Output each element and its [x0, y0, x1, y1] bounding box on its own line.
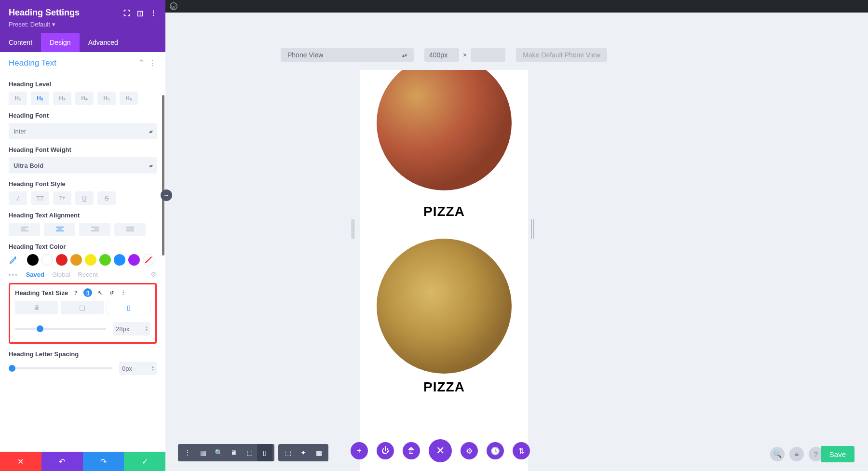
- undo-button[interactable]: ↶: [41, 452, 83, 471]
- label-heading-font: Heading Font: [9, 112, 157, 119]
- sort-button[interactable]: ⇅: [513, 442, 530, 459]
- spinner-icon[interactable]: ▴▾: [152, 365, 154, 371]
- pizza-image-2[interactable]: [377, 239, 512, 374]
- color-swatch-orange[interactable]: [70, 254, 82, 266]
- label-font-weight: Heading Font Weight: [9, 146, 157, 153]
- phone-view-icon[interactable]: ▯: [257, 444, 272, 461]
- section-more-icon[interactable]: ⋮: [149, 58, 157, 68]
- align-right-button[interactable]: [79, 223, 110, 236]
- cancel-button[interactable]: ✕: [0, 452, 41, 471]
- option-more-icon[interactable]: ⋮: [119, 289, 127, 296]
- grid-mode-icon[interactable]: ▦: [311, 444, 326, 461]
- color-swatch-white[interactable]: [41, 254, 53, 266]
- chevron-up-icon[interactable]: ⌃: [138, 58, 145, 68]
- align-justify-button[interactable]: [114, 223, 146, 236]
- color-swatch-black[interactable]: [27, 254, 39, 266]
- redo-button[interactable]: ↷: [83, 452, 124, 471]
- color-tab-saved[interactable]: Saved: [26, 271, 44, 278]
- settings-button[interactable]: ⚙: [461, 442, 478, 459]
- tab-advanced[interactable]: Advanced: [80, 33, 127, 52]
- smallcaps-button[interactable]: Tᴛ: [53, 191, 71, 205]
- tab-design[interactable]: Design: [41, 33, 80, 52]
- eyedropper-icon[interactable]: [9, 254, 20, 266]
- history-button[interactable]: 🕓: [487, 442, 504, 459]
- color-tab-global[interactable]: Global: [52, 271, 70, 278]
- pizza-image-1[interactable]: [377, 70, 512, 190]
- wordpress-icon[interactable]: [169, 2, 178, 11]
- heading-level-h4[interactable]: H₄: [75, 92, 94, 105]
- heading-level-h6[interactable]: H₆: [120, 92, 138, 105]
- heading-level-h5[interactable]: H₅: [97, 92, 116, 105]
- search-icon[interactable]: 🔍: [770, 447, 785, 461]
- letter-spacing-input[interactable]: 0px ▴▾: [119, 362, 157, 375]
- label-letter-spacing: Heading Letter Spacing: [9, 350, 157, 358]
- toolbar-more-icon[interactable]: ⋮: [180, 444, 195, 461]
- color-swatch-yellow[interactable]: [85, 254, 96, 266]
- color-settings-icon[interactable]: ⚙: [150, 270, 157, 278]
- make-default-view-button[interactable]: Make Default Phone View: [516, 48, 607, 62]
- zoom-icon[interactable]: 🔍: [211, 444, 226, 461]
- text-size-slider[interactable]: [15, 328, 106, 330]
- panel-collapse-button[interactable]: ↔: [161, 189, 172, 201]
- more-icon[interactable]: ⋮: [150, 9, 157, 17]
- device-tablet-button[interactable]: ▢: [61, 301, 104, 314]
- font-weight-select[interactable]: Ultra Bold ▴▾: [9, 157, 157, 174]
- color-swatch-purple[interactable]: [128, 254, 140, 266]
- device-desktop-button[interactable]: 🖥: [15, 301, 58, 314]
- click-mode-icon[interactable]: ⬚: [280, 444, 296, 461]
- pizza-heading-2[interactable]: PIZZA: [360, 379, 528, 395]
- heading-level-h2[interactable]: H₂: [31, 92, 49, 105]
- tablet-view-icon[interactable]: ▢: [242, 444, 257, 461]
- save-button[interactable]: Save: [821, 446, 854, 462]
- desktop-view-icon[interactable]: 🖥: [226, 444, 242, 461]
- canvas-resize-left[interactable]: [352, 219, 356, 239]
- device-phone-button[interactable]: ▯: [107, 301, 150, 314]
- wireframe-icon[interactable]: ▦: [195, 444, 211, 461]
- hover-mode-icon[interactable]: ✦: [296, 444, 311, 461]
- viewport-width-input[interactable]: 400px: [424, 48, 459, 62]
- viewport-height-input[interactable]: [471, 48, 505, 62]
- label-text-color: Heading Text Color: [9, 243, 157, 250]
- view-mode-select[interactable]: Phone View ▴▾: [281, 48, 414, 62]
- delete-button[interactable]: 🗑: [403, 442, 420, 459]
- confirm-button[interactable]: ✓: [124, 452, 165, 471]
- color-swatch-red[interactable]: [56, 254, 68, 266]
- font-select[interactable]: Inter ▴▾: [9, 123, 157, 139]
- responsive-icon[interactable]: ▯: [83, 288, 92, 297]
- power-button[interactable]: ⏻: [377, 442, 394, 459]
- color-tab-recent[interactable]: Recent: [78, 271, 98, 278]
- spinner-icon[interactable]: ▴▾: [146, 326, 148, 332]
- canvas-resize-right[interactable]: [531, 219, 536, 239]
- hover-icon[interactable]: ↖: [96, 289, 104, 296]
- layers-icon[interactable]: ≡: [789, 447, 804, 461]
- close-builder-button[interactable]: ✕: [429, 439, 452, 462]
- scrollbar[interactable]: [162, 95, 164, 256]
- italic-button[interactable]: I: [9, 191, 27, 205]
- reset-icon[interactable]: ↺: [108, 289, 115, 296]
- strikethrough-button[interactable]: S: [97, 191, 116, 205]
- color-swatch-blue[interactable]: [114, 254, 125, 266]
- underline-button[interactable]: U: [75, 191, 94, 205]
- letter-spacing-slider[interactable]: [9, 367, 112, 369]
- snap-icon[interactable]: ◫: [137, 9, 143, 17]
- color-swatch-none[interactable]: [143, 254, 154, 266]
- heading-level-h3[interactable]: H₃: [53, 92, 71, 105]
- add-module-button[interactable]: +: [351, 442, 368, 459]
- preview-canvas: PIZZA PIZZA: [360, 70, 528, 471]
- module-title: Heading Settings: [9, 8, 80, 18]
- select-arrows-icon: ▴▾: [149, 129, 152, 134]
- expand-icon[interactable]: ⛶: [123, 9, 130, 17]
- preset-selector[interactable]: Preset: Default ▾: [9, 21, 157, 28]
- text-size-input[interactable]: 28px ▴▾: [113, 322, 150, 336]
- pizza-heading-1[interactable]: PIZZA: [360, 204, 528, 219]
- align-center-button[interactable]: [44, 223, 75, 236]
- align-left-button[interactable]: [9, 223, 40, 236]
- toolbar-group-2: ⬚ ✦ ▦: [278, 444, 328, 461]
- section-heading-text[interactable]: Heading Text ⌃ ⋮: [0, 52, 165, 74]
- uppercase-button[interactable]: TT: [31, 191, 49, 205]
- tab-content[interactable]: Content: [0, 33, 41, 52]
- help-icon[interactable]: ?: [72, 289, 80, 296]
- color-swatch-green[interactable]: [99, 254, 111, 266]
- color-more-icon[interactable]: •••: [9, 271, 18, 278]
- heading-level-h1[interactable]: H₁: [9, 92, 27, 105]
